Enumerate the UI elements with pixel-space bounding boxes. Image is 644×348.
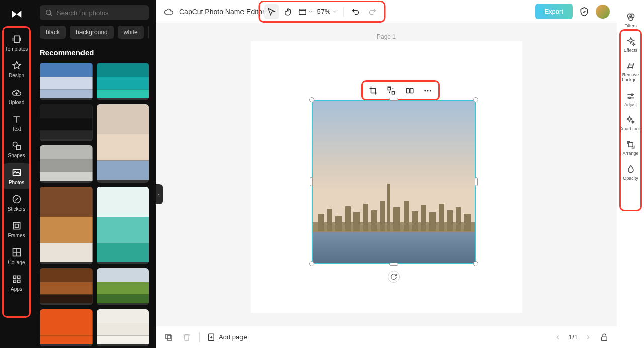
svg-rect-23 bbox=[97, 161, 149, 180]
nav-label: Frames bbox=[8, 233, 25, 238]
svg-rect-77 bbox=[166, 334, 170, 339]
nav-frames[interactable]: Frames bbox=[3, 217, 31, 242]
opacity-icon bbox=[626, 164, 636, 175]
nav-label: Photos bbox=[9, 180, 24, 185]
svg-rect-56 bbox=[313, 101, 475, 222]
app-logo[interactable] bbox=[8, 5, 26, 23]
photo-thumbnail[interactable] bbox=[40, 145, 93, 183]
resize-handle[interactable] bbox=[475, 177, 478, 186]
zoom-level-dropdown[interactable]: 57% bbox=[315, 8, 339, 15]
photo-thumbnail[interactable] bbox=[97, 63, 149, 100]
photo-thumbnail[interactable] bbox=[40, 187, 93, 264]
nav-text[interactable]: Text bbox=[3, 110, 31, 136]
svg-point-85 bbox=[628, 97, 630, 98]
add-page-button[interactable]: Add page bbox=[207, 333, 247, 342]
document-title[interactable]: CapCut Photo Name Editor bbox=[179, 8, 265, 16]
redo-button[interactable] bbox=[365, 4, 380, 19]
tag-black[interactable]: black bbox=[40, 26, 66, 39]
resize-handle[interactable] bbox=[389, 98, 398, 101]
photo-thumbnail[interactable] bbox=[97, 309, 149, 346]
resize-handle[interactable] bbox=[309, 261, 314, 266]
replace-button[interactable] bbox=[386, 85, 397, 96]
photo-thumbnail[interactable] bbox=[40, 104, 93, 141]
photo-thumbnail[interactable] bbox=[40, 268, 93, 305]
photo-thumbnail[interactable] bbox=[97, 104, 149, 183]
zoom-value: 57% bbox=[317, 8, 330, 15]
resize-handle[interactable] bbox=[310, 177, 313, 186]
rp-removebg[interactable]: Remove backgr... bbox=[619, 58, 642, 86]
rp-arrange[interactable]: Arrange bbox=[619, 137, 642, 159]
svg-rect-17 bbox=[97, 90, 149, 99]
more-button[interactable] bbox=[422, 85, 433, 96]
rp-label: Arrange bbox=[622, 151, 638, 156]
section-title: Recommended bbox=[40, 48, 149, 57]
resize-canvas-button[interactable] bbox=[298, 4, 313, 19]
nav-stickers[interactable]: Stickers bbox=[3, 190, 31, 216]
shield-icon[interactable] bbox=[579, 6, 590, 17]
svg-rect-10 bbox=[17, 280, 20, 283]
layers-button[interactable] bbox=[163, 332, 174, 343]
svg-rect-36 bbox=[97, 268, 149, 282]
user-avatar[interactable] bbox=[596, 5, 610, 19]
search-box[interactable] bbox=[40, 5, 149, 20]
lock-button[interactable] bbox=[599, 332, 610, 343]
collapse-panel-button[interactable] bbox=[156, 184, 163, 204]
crop-button[interactable] bbox=[368, 85, 379, 96]
nav-design[interactable]: Design bbox=[3, 57, 31, 82]
page-indicator: 1/1 bbox=[569, 333, 578, 341]
cloud-sync-icon[interactable] bbox=[163, 6, 174, 17]
nav-templates[interactable]: Templates bbox=[3, 30, 31, 56]
svg-rect-64 bbox=[363, 204, 368, 231]
tags-more-button[interactable] bbox=[148, 25, 149, 39]
svg-rect-86 bbox=[628, 143, 632, 147]
svg-rect-31 bbox=[97, 217, 149, 243]
canvas-area[interactable]: Page 1 bbox=[156, 23, 617, 326]
rp-opacity[interactable]: Opacity bbox=[619, 161, 642, 184]
nav-apps[interactable]: Apps bbox=[3, 270, 31, 296]
export-button[interactable]: Export bbox=[535, 4, 573, 19]
photo-thumbnail[interactable] bbox=[97, 268, 149, 305]
photo-thumbnail[interactable] bbox=[40, 309, 93, 346]
arrange-icon bbox=[626, 140, 636, 150]
svg-rect-70 bbox=[412, 211, 418, 231]
search-input[interactable] bbox=[57, 9, 144, 17]
rp-label: Smart tools bbox=[619, 127, 642, 132]
svg-point-55 bbox=[430, 90, 431, 92]
nav-shapes[interactable]: Shapes bbox=[3, 137, 31, 162]
nav-photos[interactable]: Photos bbox=[3, 163, 31, 189]
hand-tool-button[interactable] bbox=[281, 4, 296, 19]
rotate-handle[interactable] bbox=[388, 271, 400, 283]
photo-thumbnail[interactable] bbox=[97, 187, 149, 264]
flip-button[interactable] bbox=[404, 85, 415, 96]
select-tool-button[interactable] bbox=[264, 4, 279, 19]
svg-rect-71 bbox=[421, 205, 426, 231]
svg-rect-25 bbox=[40, 159, 93, 172]
nav-collage[interactable]: Collage bbox=[3, 243, 31, 269]
rp-filters[interactable]: Filters bbox=[619, 9, 642, 32]
svg-rect-62 bbox=[345, 206, 351, 231]
photo-thumbnail[interactable] bbox=[40, 63, 93, 100]
rp-adjust[interactable]: Adjust bbox=[619, 88, 642, 111]
svg-rect-7 bbox=[13, 276, 16, 278]
resize-handle[interactable] bbox=[473, 97, 478, 102]
svg-point-83 bbox=[628, 16, 632, 20]
undo-button[interactable] bbox=[348, 4, 363, 19]
rp-effects[interactable]: Effects bbox=[619, 34, 642, 56]
svg-rect-27 bbox=[40, 187, 93, 217]
nav-label: Collage bbox=[8, 259, 25, 265]
svg-rect-21 bbox=[97, 104, 149, 134]
nav-upload[interactable]: Upload bbox=[3, 83, 31, 109]
tag-background[interactable]: background bbox=[70, 26, 114, 39]
collage-icon bbox=[12, 247, 22, 257]
svg-rect-30 bbox=[97, 187, 149, 217]
resize-handle[interactable] bbox=[309, 97, 314, 102]
svg-rect-34 bbox=[40, 282, 93, 295]
selected-image[interactable] bbox=[312, 100, 476, 264]
tag-white[interactable]: white bbox=[118, 26, 144, 39]
nav-label: Shapes bbox=[8, 153, 25, 158]
svg-rect-78 bbox=[167, 336, 172, 340]
bottom-bar: Add page 1/1 bbox=[156, 326, 617, 348]
resize-handle[interactable] bbox=[473, 261, 478, 266]
rp-smarttools[interactable]: Smart tools bbox=[619, 112, 642, 135]
resize-handle[interactable] bbox=[389, 263, 398, 266]
